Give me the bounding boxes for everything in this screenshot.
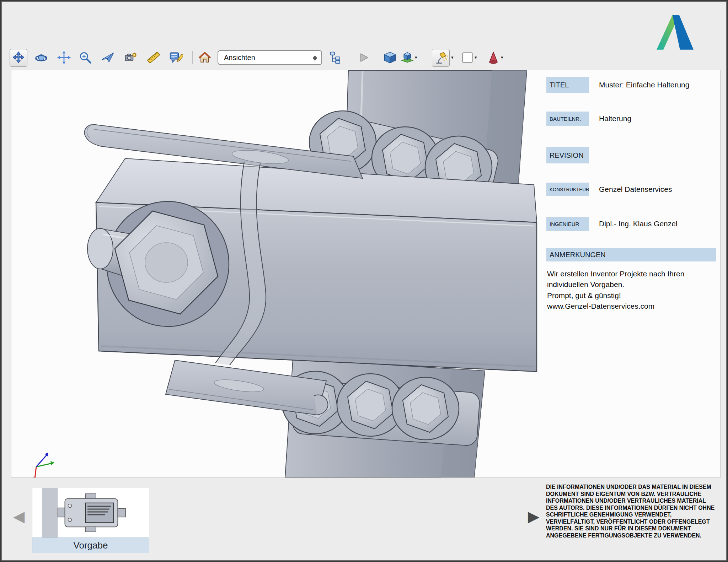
orbit-tool-button[interactable] — [33, 49, 50, 66]
field-konstrukteur-value: Genzel Datenservices — [599, 185, 672, 194]
app-window: Ansichten — [1, 1, 727, 561]
lamp-icon — [434, 51, 448, 65]
pan-tool-button[interactable] — [55, 49, 73, 66]
views-dropdown-value: Ansichten — [218, 54, 255, 62]
fly-tool-button[interactable] — [99, 49, 116, 66]
zoom-tool-icon — [78, 50, 92, 65]
thumbnail-image — [32, 488, 149, 537]
field-revision-label: REVISION — [546, 147, 589, 163]
field-titel-value: Muster: Einfache Halterung — [599, 81, 689, 89]
play-icon — [356, 50, 370, 65]
ground-plane-caret-icon[interactable]: ▾ — [415, 55, 417, 60]
model-tree-icon — [329, 50, 343, 65]
field-konstrukteur-label: KONSTRUKTEUR — [546, 183, 589, 196]
background-caret-icon[interactable]: ▾ — [475, 55, 477, 60]
home-icon — [198, 50, 212, 65]
field-titel-label: TITEL — [546, 77, 589, 93]
orientation-triad — [33, 453, 54, 477]
publication-sheet: TITEL Muster: Einfache Halterung BAUTEIL… — [11, 70, 721, 478]
measure-tool-button[interactable] — [145, 49, 162, 66]
materials-caret-icon[interactable]: ▾ — [501, 55, 503, 60]
zoom-tool-button[interactable] — [77, 49, 94, 66]
ground-plane-icon — [400, 50, 414, 65]
lighting-caret-icon[interactable]: ▾ — [451, 55, 454, 60]
field-konstrukteur: KONSTRUKTEUR Genzel Datenservices — [546, 183, 717, 196]
page-thumbnail[interactable]: Vorgabe — [32, 488, 149, 553]
field-ingenieur-label: INGENIEUR — [546, 217, 589, 231]
measure-ruler-icon — [146, 50, 161, 65]
materials-cone-icon — [486, 50, 500, 65]
snapshot-camera-icon — [124, 50, 138, 65]
ground-plane-button[interactable] — [399, 49, 416, 66]
field-ingenieur-value: Dipl.- Ing. Klaus Genzel — [599, 220, 678, 228]
pan-tool-icon — [57, 50, 71, 65]
field-titel: TITEL Muster: Einfache Halterung — [546, 77, 717, 93]
field-bauteilnr: BAUTEILNR. Halterung — [546, 112, 717, 126]
shaded-cube-icon — [383, 50, 397, 65]
background-swatch-icon — [460, 50, 475, 65]
model-render — [11, 70, 545, 477]
legal-disclaimer: DIE INFORMATIONEN UND/ODER DAS MATERIAL … — [546, 483, 719, 539]
background-button[interactable] — [459, 49, 476, 66]
field-bauteilnr-label: BAUTEILNR. — [546, 112, 589, 126]
markup-note-icon — [169, 50, 183, 65]
markup-tool-button[interactable] — [167, 49, 184, 66]
dropdown-stepper-icon[interactable] — [312, 53, 318, 62]
shaded-view-button[interactable] — [381, 49, 398, 66]
field-bauteilnr-value: Halterung — [599, 114, 631, 123]
model-viewport[interactable] — [11, 70, 545, 477]
orbit-tool-icon — [34, 50, 48, 65]
materials-button[interactable] — [485, 49, 502, 66]
field-ingenieur: INGENIEUR Dipl.- Ing. Klaus Genzel — [546, 217, 717, 231]
play-animation-button[interactable] — [355, 49, 372, 66]
anmerkungen-text: Wir erstellen Inventor Projekte nach Ihr… — [547, 269, 684, 312]
title-block-panel: TITEL Muster: Einfache Halterung BAUTEIL… — [546, 70, 717, 477]
navigate-tool-icon — [11, 51, 26, 65]
prev-page-button[interactable]: ◀ — [13, 509, 25, 524]
model-browser-button[interactable] — [327, 49, 344, 66]
snapshot-tool-button[interactable] — [122, 49, 139, 66]
thumbnail-render — [32, 488, 149, 537]
field-revision: REVISION — [546, 147, 717, 163]
navigate-tool-button[interactable] — [10, 49, 27, 67]
next-page-button[interactable]: ▶ — [528, 509, 539, 524]
anmerkungen-header: ANMERKUNGEN — [546, 248, 716, 261]
views-dropdown[interactable]: Ansichten — [218, 50, 322, 65]
home-view-button[interactable] — [196, 49, 213, 66]
lighting-button[interactable] — [432, 49, 450, 67]
fly-tool-icon — [101, 50, 115, 65]
autodesk-logo — [656, 15, 694, 50]
toolbar-divider — [192, 51, 193, 64]
thumbnail-caption: Vorgabe — [32, 537, 149, 553]
